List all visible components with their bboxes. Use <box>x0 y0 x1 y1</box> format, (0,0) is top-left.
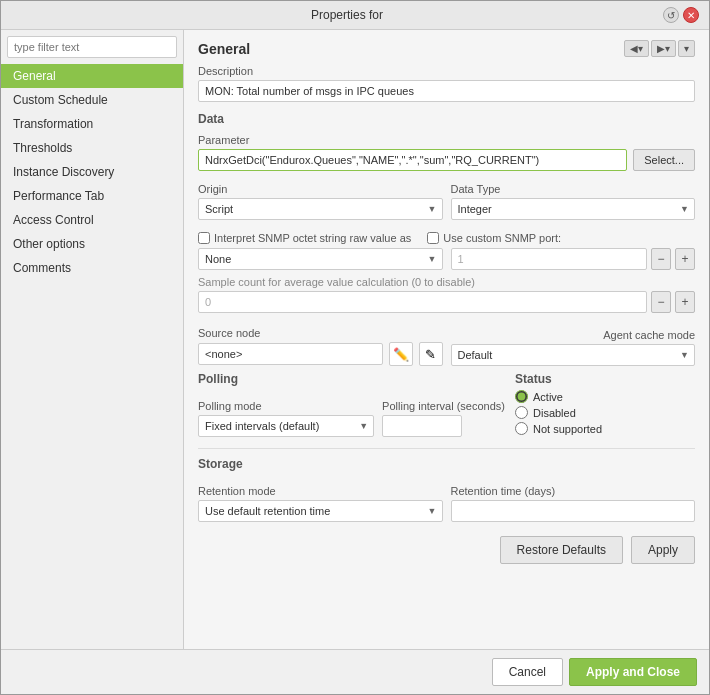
status-panel: Status Active Disabled Not supported <box>515 372 695 438</box>
parameter-label: Parameter <box>198 134 695 146</box>
nav-prev-dropdown-button[interactable]: ◀▾ <box>624 40 649 57</box>
snmp-port-spinner: − + <box>451 248 696 270</box>
polling-interval-col: Polling interval (seconds) <box>382 392 505 437</box>
polling-mode-select[interactable]: Fixed intervals (default) <box>198 415 374 437</box>
filter-input[interactable] <box>7 36 177 58</box>
sample-count-input[interactable] <box>198 291 647 313</box>
data-type-label: Data Type <box>451 183 696 195</box>
snmp-port-checkbox[interactable] <box>427 232 439 244</box>
retention-mode-col: Retention mode Use default retention tim… <box>198 477 443 522</box>
agent-cache-col: Agent cache mode Default ▼ <box>451 321 696 366</box>
parameter-input[interactable] <box>198 149 627 171</box>
apply-and-close-button[interactable]: Apply and Close <box>569 658 697 686</box>
sidebar-item-thresholds[interactable]: Thresholds <box>1 136 183 160</box>
data-type-col: Data Type Integer ▼ <box>451 175 696 220</box>
description-input[interactable] <box>198 80 695 102</box>
select-button[interactable]: Select... <box>633 149 695 171</box>
status-active-row: Active <box>515 390 695 403</box>
data-section-title: Data <box>198 112 695 126</box>
description-label: Description <box>198 65 695 77</box>
sidebar-item-transformation[interactable]: Transformation <box>1 112 183 136</box>
origin-select[interactable]: Script <box>198 198 443 220</box>
origin-label: Origin <box>198 183 443 195</box>
status-disabled-radio[interactable] <box>515 406 528 419</box>
cancel-button[interactable]: Cancel <box>492 658 563 686</box>
parameter-row: Select... <box>198 149 695 171</box>
sidebar-item-other-options[interactable]: Other options <box>1 232 183 256</box>
polling-interval-input[interactable] <box>382 415 462 437</box>
none-port-row: None ▼ − + <box>198 248 695 270</box>
source-input-row: ✏️ ✎ <box>198 342 443 366</box>
status-active-radio[interactable] <box>515 390 528 403</box>
status-not-supported-row: Not supported <box>515 422 695 435</box>
agent-cache-select[interactable]: Default <box>451 344 696 366</box>
retention-mode-label: Retention mode <box>198 485 443 497</box>
snmp-port-increment[interactable]: + <box>675 248 695 270</box>
sample-count-decrement[interactable]: − <box>651 291 671 313</box>
status-disabled-row: Disabled <box>515 406 695 419</box>
status-active-label: Active <box>533 391 563 403</box>
polling-interval-label: Polling interval (seconds) <box>382 400 505 412</box>
none-select[interactable]: None <box>198 248 443 270</box>
snmp-port-decrement[interactable]: − <box>651 248 671 270</box>
snmp-octet-checkbox[interactable] <box>198 232 210 244</box>
refresh-icon[interactable]: ↺ <box>663 7 679 23</box>
sample-count-row: − + <box>198 291 695 313</box>
agent-cache-label: Agent cache mode <box>451 329 696 341</box>
restore-defaults-button[interactable]: Restore Defaults <box>500 536 623 564</box>
sidebar-item-comments[interactable]: Comments <box>1 256 183 280</box>
content-action-buttons: Restore Defaults Apply <box>198 536 695 568</box>
bottom-bar: Cancel Apply and Close <box>1 649 709 694</box>
apply-button[interactable]: Apply <box>631 536 695 564</box>
sidebar-item-instance-discovery[interactable]: Instance Discovery <box>1 160 183 184</box>
retention-mode-select-wrapper: Use default retention time ▼ <box>198 500 443 522</box>
snmp-port-label: Use custom SNMP port: <box>443 232 561 244</box>
snmp-port-checkbox-row: Use custom SNMP port: <box>427 232 561 244</box>
content-area: General ◀▾ ▶▾ ▾ Description Data Paramet… <box>184 30 709 649</box>
sidebar-item-custom-schedule[interactable]: Custom Schedule <box>1 88 183 112</box>
nav-menu-button[interactable]: ▾ <box>678 40 695 57</box>
snmp-octet-label: Interpret SNMP octet string raw value as <box>214 232 411 244</box>
section-title: General ◀▾ ▶▾ ▾ <box>198 40 695 57</box>
source-agent-row: Source node ✏️ ✎ Agent cache mode Defaul… <box>198 319 695 366</box>
retention-mode-select[interactable]: Use default retention time <box>198 500 443 522</box>
dialog: Properties for ↺ ✕ General Custom Schedu… <box>0 0 710 695</box>
sidebar-item-general[interactable]: General <box>1 64 183 88</box>
nav-buttons: ◀▾ ▶▾ ▾ <box>624 40 695 57</box>
source-node-input[interactable] <box>198 343 383 365</box>
sidebar: General Custom Schedule Transformation T… <box>1 30 184 649</box>
retention-time-label: Retention time (days) <box>451 485 696 497</box>
polling-mode-select-wrapper: Fixed intervals (default) ▼ <box>198 415 374 437</box>
sidebar-item-performance-tab[interactable]: Performance Tab <box>1 184 183 208</box>
retention-time-input[interactable] <box>451 500 696 522</box>
status-not-supported-radio[interactable] <box>515 422 528 435</box>
polling-status-panel: Polling Polling mode Fixed intervals (de… <box>198 372 695 438</box>
polling-mode-label: Polling mode <box>198 400 374 412</box>
close-button[interactable]: ✕ <box>683 7 699 23</box>
source-node-label: Source node <box>198 327 443 339</box>
none-select-wrapper: None ▼ <box>198 248 443 270</box>
polling-panel-label: Polling <box>198 372 505 386</box>
snmp-octet-checkbox-row: Interpret SNMP octet string raw value as <box>198 232 411 244</box>
source-node-col: Source node ✏️ ✎ <box>198 319 443 366</box>
title-bar-buttons: ↺ ✕ <box>663 7 699 23</box>
storage-row: Retention mode Use default retention tim… <box>198 477 695 522</box>
retention-time-col: Retention time (days) <box>451 477 696 522</box>
storage-panel-label: Storage <box>198 457 695 471</box>
dialog-title: Properties for <box>31 8 663 22</box>
data-type-select[interactable]: Integer <box>451 198 696 220</box>
sidebar-item-access-control[interactable]: Access Control <box>1 208 183 232</box>
source-edit-icon[interactable]: ✎ <box>419 342 443 366</box>
agent-cache-select-wrapper: Default ▼ <box>451 344 696 366</box>
main-content: General Custom Schedule Transformation T… <box>1 30 709 649</box>
nav-next-dropdown-button[interactable]: ▶▾ <box>651 40 676 57</box>
title-bar: Properties for ↺ ✕ <box>1 1 709 30</box>
origin-select-wrapper: Script ▼ <box>198 198 443 220</box>
sample-count-increment[interactable]: + <box>675 291 695 313</box>
snmp-port-input[interactable] <box>451 248 648 270</box>
storage-section: Storage Retention mode Use default reten… <box>198 448 695 522</box>
source-pencil-icon[interactable]: ✏️ <box>389 342 413 366</box>
status-panel-label: Status <box>515 372 695 386</box>
general-title: General <box>198 41 250 57</box>
sample-count-label: Sample count for average value calculati… <box>198 276 695 288</box>
